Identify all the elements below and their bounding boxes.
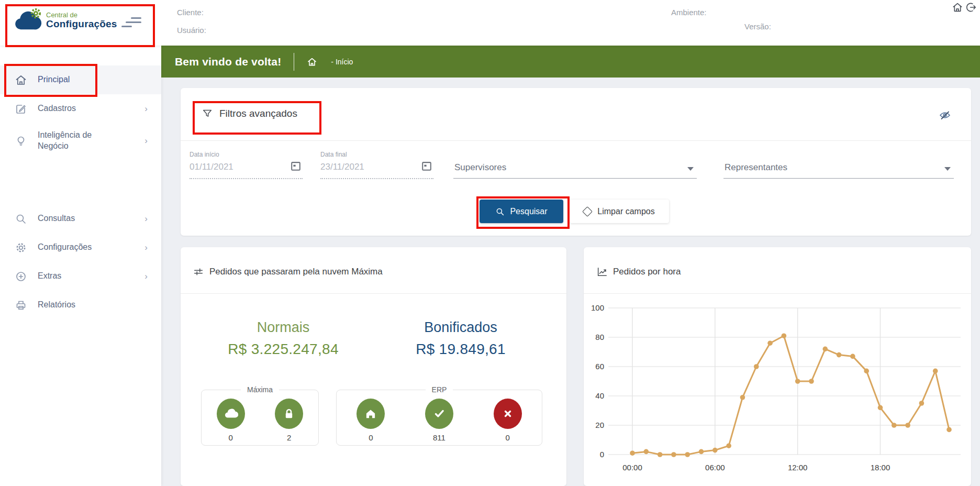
svg-text:06:00: 06:00 [705, 463, 725, 472]
eye-slash-icon[interactable] [939, 109, 951, 121]
bonus-orders-label: Bonificados [382, 319, 539, 336]
sidebar-item-inteligencia[interactable]: Inteligência de Negócio › [0, 123, 161, 159]
check-status-icon [425, 399, 453, 429]
advanced-filters-card: Filtros avançados Data início 01/11/2021… [181, 88, 971, 236]
edit-icon [15, 103, 27, 115]
sidebar-item-label: Consultas [38, 213, 116, 224]
funnel-icon [202, 108, 213, 119]
sidebar-item-label: Configurações [38, 242, 116, 253]
maxima-lock-count: 2 [287, 433, 291, 442]
sidebar-item-cadastros[interactable]: Cadastros › [0, 94, 161, 123]
sidebar-item-extras[interactable]: Extras › [0, 262, 161, 291]
divider [584, 293, 971, 294]
svg-text:20: 20 [595, 421, 604, 429]
gear-icon [15, 241, 27, 254]
chevron-right-icon: › [144, 242, 148, 253]
sidebar-item-label: Relatórios [38, 300, 116, 311]
home-icon[interactable] [952, 2, 963, 13]
search-button[interactable]: Pesquisar [480, 200, 563, 223]
svg-text:60: 60 [595, 362, 604, 371]
sidebar-item-label: Extras [38, 271, 116, 282]
date-start-value: 01/11/2021 [190, 162, 303, 172]
bonus-orders-value: R$ 19.849,61 [382, 341, 539, 358]
error-status-icon [494, 399, 522, 429]
erp-error-stat: 0 [494, 399, 522, 442]
date-start-field[interactable]: Data início 01/11/2021 [190, 151, 303, 179]
sidebar-item-configuracoes[interactable]: Configurações › [0, 233, 161, 262]
chevron-down-icon [944, 167, 951, 171]
home-icon [15, 74, 27, 86]
search-button-label: Pesquisar [510, 207, 547, 216]
normal-orders-label: Normais [205, 319, 362, 336]
search-icon [15, 213, 27, 225]
clear-button-label: Limpar campos [597, 207, 654, 216]
sidebar-nav: Principal Cadastros › Inteligência de Ne… [0, 46, 161, 486]
line-chart-icon [596, 266, 608, 278]
environment-label: Ambiente: [671, 8, 707, 17]
maxima-status-group: Máxima 0 2 [201, 390, 319, 446]
cloud-logo-icon [14, 8, 42, 32]
menu-toggle-icon[interactable] [121, 17, 141, 28]
date-end-value: 23/11/2021 [320, 162, 433, 172]
erp-group-label: ERP [426, 385, 453, 394]
representatives-select-label: Representantes [725, 162, 787, 173]
calendar-icon[interactable] [290, 160, 302, 172]
sliders-icon [193, 266, 204, 278]
maxima-cloud-stat: 0 [217, 399, 245, 442]
divider [181, 293, 566, 294]
date-end-label: Data final [320, 151, 433, 158]
printer-icon [15, 299, 27, 312]
date-start-label: Data início [190, 151, 303, 158]
sidebar-item-relatorios[interactable]: Relatórios [0, 291, 161, 319]
lock-status-icon [275, 399, 303, 429]
user-label: Usuário: [177, 26, 206, 35]
logo-line1: Central de [46, 12, 117, 19]
clear-fields-button[interactable]: Limpar campos [570, 200, 669, 223]
version-label: Versão: [744, 22, 771, 31]
chevron-right-icon: › [144, 271, 148, 282]
sidebar-item-consultas[interactable]: Consultas › [0, 204, 161, 233]
cloud-orders-card: Pedidos que passaram pela nuvem Máxima N… [181, 247, 566, 486]
search-icon [495, 207, 505, 216]
svg-text:0: 0 [600, 450, 604, 459]
sidebar-item-label: Inteligência de Negócio [38, 130, 116, 152]
erp-error-count: 0 [505, 433, 509, 442]
calendar-icon[interactable] [421, 160, 432, 172]
divider [181, 140, 971, 141]
svg-text:12:00: 12:00 [788, 463, 808, 472]
sidebar-item-label: Cadastros [38, 103, 116, 114]
eraser-icon [582, 206, 593, 217]
svg-text:100: 100 [591, 303, 604, 312]
maxima-lock-stat: 2 [275, 399, 303, 442]
plus-circle-icon [15, 270, 27, 283]
breadcrumb-home-icon[interactable] [307, 57, 317, 67]
erp-check-count: 811 [433, 433, 446, 442]
banner-divider [294, 53, 294, 71]
lightbulb-icon [15, 135, 27, 147]
svg-text:00:00: 00:00 [622, 463, 642, 472]
chevron-right-icon: › [144, 136, 148, 146]
supervisors-select[interactable]: Supervisores [453, 157, 697, 179]
normal-orders-value: R$ 3.225.247,84 [205, 341, 362, 358]
top-bar: Central de Configurações Cliente: Usuári… [0, 0, 980, 46]
maxima-group-label: Máxima [241, 385, 279, 394]
filters-title: Filtros avançados [202, 108, 297, 119]
date-end-field[interactable]: Data final 23/11/2021 [320, 151, 433, 179]
chevron-right-icon: › [144, 214, 148, 224]
representatives-select[interactable]: Representantes [723, 157, 954, 179]
erp-status-group: ERP 0 811 0 [336, 390, 542, 446]
chart-card-title: Pedidos por hora [596, 266, 681, 278]
client-label: Cliente: [177, 8, 204, 17]
cloud-status-icon [217, 399, 245, 429]
supervisors-select-label: Supervisores [454, 162, 506, 173]
chevron-down-icon [687, 167, 694, 171]
svg-text:18:00: 18:00 [871, 463, 890, 472]
logout-icon[interactable] [965, 2, 977, 13]
sidebar-item-label: Principal [38, 74, 116, 85]
erp-check-stat: 811 [425, 399, 453, 442]
orders-card-title: Pedidos que passaram pela nuvem Máxima [193, 266, 383, 278]
maxima-cloud-count: 0 [229, 433, 233, 442]
app-logo[interactable]: Central de Configurações [14, 8, 117, 32]
chevron-right-icon: › [144, 104, 148, 114]
sidebar-item-principal[interactable]: Principal [0, 65, 161, 94]
